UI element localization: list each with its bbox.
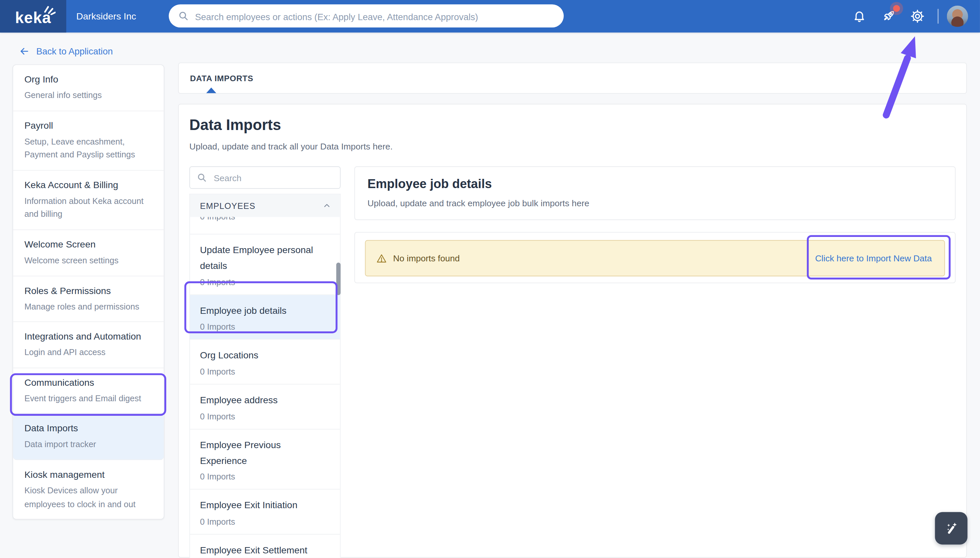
import-item-employee-job-details[interactable]: Employee job details0 Imports xyxy=(190,295,340,340)
assistant-fab[interactable] xyxy=(935,512,967,545)
import-item-update-employee-personal-details[interactable]: Update Employee personal details0 Import… xyxy=(190,235,340,295)
imports-search[interactable] xyxy=(189,166,341,189)
import-item-title: Update Employee personal details xyxy=(200,243,330,274)
detail-title: Employee job details xyxy=(367,177,492,191)
detail-header-card: Employee job details Upload, update and … xyxy=(354,166,955,220)
sidebar-item-payroll[interactable]: PayrollSetup, Leave encashment, Payment … xyxy=(13,111,164,170)
sidebar-item-title: Kiosk management xyxy=(25,469,152,479)
import-item-count: 0 Imports xyxy=(200,217,330,221)
import-item-title: Employee Previous Experience xyxy=(200,438,330,469)
chevron-up-icon xyxy=(323,201,331,210)
import-item-title: Org Locations xyxy=(200,348,330,363)
page-title: Data Imports xyxy=(189,116,281,134)
notification-dot xyxy=(893,5,900,12)
group-label: EMPLOYEES xyxy=(200,201,255,210)
sidebar-item-subtitle: Information about Keka account and billi… xyxy=(25,194,152,222)
company-name: Darksiders Inc xyxy=(76,0,136,33)
sidebar-item-subtitle: General info settings xyxy=(25,89,152,102)
import-item-title: Employee job details xyxy=(200,303,330,318)
global-search-input[interactable] xyxy=(193,4,556,29)
keka-settings-page: keka Darksiders Inc xyxy=(0,0,980,558)
sidebar-item-roles-permissions[interactable]: Roles & PermissionsManage roles and perm… xyxy=(13,276,164,322)
settings-sidebar: Org InfoGeneral info settingsPayrollSetu… xyxy=(13,64,164,520)
import-item-count: 0 Imports xyxy=(200,277,330,286)
page-subtitle: Upload, update and track all your Data I… xyxy=(189,141,393,151)
sidebar-item-subtitle: Manage roles and permissions xyxy=(25,300,152,313)
import-item-org-locations[interactable]: Org Locations0 Imports xyxy=(190,340,340,384)
import-item-clipped[interactable]: 0 Imports xyxy=(190,217,340,234)
navbar-divider xyxy=(937,9,939,24)
list-scrollbar-thumb[interactable] xyxy=(336,263,341,295)
back-to-application-link[interactable]: Back to Application xyxy=(19,46,113,57)
import-item-employee-exit-settlement[interactable]: Employee Exit Settlement0 Imports xyxy=(190,535,340,558)
import-item-count: 0 Imports xyxy=(200,322,330,331)
active-tab-indicator xyxy=(206,87,216,93)
sidebar-item-title: Data Imports xyxy=(25,423,152,433)
sidebar-item-kiosk-management[interactable]: Kiosk managementKiosk Devices allow your… xyxy=(13,460,164,519)
sidebar-item-title: Org Info xyxy=(25,74,152,84)
warning-triangle-icon xyxy=(376,253,388,264)
sidebar-item-keka-account-billing[interactable]: Keka Account & BillingInformation about … xyxy=(13,171,164,230)
sidebar-item-title: Payroll xyxy=(25,120,152,130)
group-header-employees[interactable]: EMPLOYEES xyxy=(190,194,340,217)
import-item-employee-address[interactable]: Employee address0 Imports xyxy=(190,384,340,429)
sidebar-item-subtitle: Setup, Leave encashment, Payment and Pay… xyxy=(25,135,152,162)
sidebar-item-welcome-screen[interactable]: Welcome ScreenWelcome screen settings xyxy=(13,230,164,276)
sidebar-item-subtitle: Kiosk Devices allow your employees to cl… xyxy=(25,484,152,511)
import-item-title: Employee Exit Settlement xyxy=(200,543,330,558)
import-item-employee-exit-initiation[interactable]: Employee Exit Initiation0 Imports xyxy=(190,490,340,535)
import-item-count: 0 Imports xyxy=(200,517,330,526)
keka-logo[interactable]: keka xyxy=(0,0,66,33)
sidebar-item-title: Roles & Permissions xyxy=(25,285,152,295)
tab-bar: DATA IMPORTS xyxy=(178,62,967,94)
sidebar-item-data-imports[interactable]: Data ImportsData import tracker xyxy=(13,414,164,460)
sidebar-item-subtitle: Login and API access xyxy=(25,346,152,359)
sidebar-item-title: Integrations and Automation xyxy=(25,331,152,341)
user-avatar[interactable] xyxy=(947,6,968,27)
imports-search-input[interactable] xyxy=(212,167,338,189)
search-icon xyxy=(196,172,208,183)
sidebar-item-subtitle: Welcome screen settings xyxy=(25,254,152,267)
import-item-count: 0 Imports xyxy=(200,412,330,421)
no-imports-message: No imports found xyxy=(393,253,460,263)
imports-list-panel: EMPLOYEES 0 ImportsUpdate Employee perso… xyxy=(189,194,341,558)
sidebar-item-communications[interactable]: CommunicationsEvent triggers and Email d… xyxy=(13,368,164,414)
imports-list: 0 ImportsUpdate Employee personal detail… xyxy=(190,217,340,558)
import-item-employee-previous-experience[interactable]: Employee Previous Experience0 Imports xyxy=(190,429,340,490)
tab-data-imports[interactable]: DATA IMPORTS xyxy=(190,63,253,94)
sidebar-item-org-info[interactable]: Org InfoGeneral info settings xyxy=(13,65,164,111)
magic-wand-icon xyxy=(943,520,959,536)
sidebar-item-subtitle: Data import tracker xyxy=(25,438,152,451)
detail-subtitle: Upload, update and track employee job bu… xyxy=(367,198,589,208)
import-item-count: 0 Imports xyxy=(200,472,330,481)
no-imports-banner: No imports found Click here to Import Ne… xyxy=(365,240,945,277)
rocket-icon[interactable] xyxy=(881,9,896,24)
search-icon xyxy=(177,10,189,22)
gear-icon[interactable] xyxy=(910,9,925,24)
sidebar-item-title: Welcome Screen xyxy=(25,239,152,249)
sidebar-item-title: Communications xyxy=(25,377,152,387)
import-new-data-link[interactable]: Click here to Import New Data xyxy=(815,253,932,263)
global-search[interactable] xyxy=(169,4,564,27)
bell-icon[interactable] xyxy=(852,9,867,24)
imports-status-card: No imports found Click here to Import Ne… xyxy=(354,232,955,283)
sidebar-item-subtitle: Event triggers and Email digest xyxy=(25,392,152,405)
top-navbar: keka Darksiders Inc xyxy=(0,0,980,33)
sidebar-item-title: Keka Account & Billing xyxy=(25,179,152,190)
settings-nav-list: Org InfoGeneral info settingsPayrollSetu… xyxy=(13,65,164,519)
import-item-title: Employee address xyxy=(200,393,330,408)
back-link-label: Back to Application xyxy=(36,46,113,56)
sidebar-item-integrations-and-automation[interactable]: Integrations and AutomationLogin and API… xyxy=(13,322,164,368)
logo-spark-icon xyxy=(43,5,56,15)
arrow-left-icon xyxy=(19,46,30,57)
import-item-title: Employee Exit Initiation xyxy=(200,498,330,514)
import-item-count: 0 Imports xyxy=(200,367,330,376)
